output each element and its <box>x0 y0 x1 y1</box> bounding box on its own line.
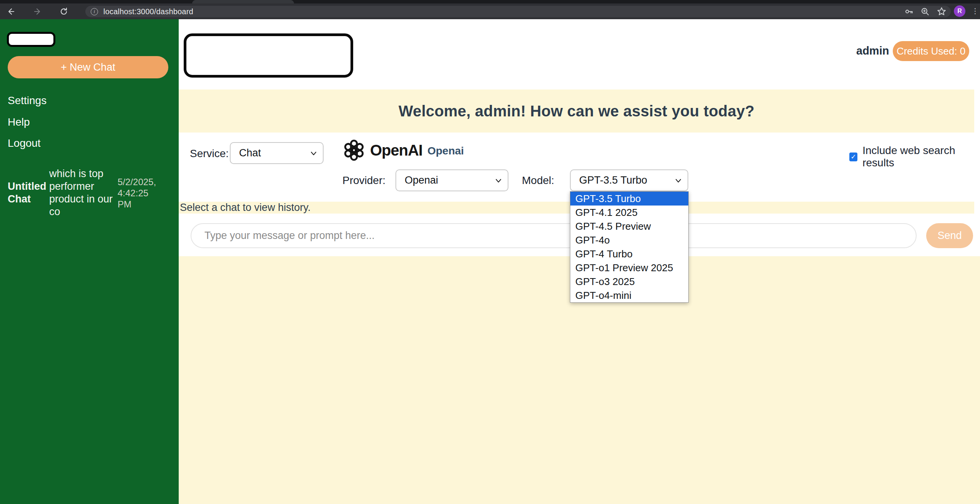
model-option[interactable]: GPT-4.1 2025 <box>570 206 688 219</box>
profile-avatar[interactable]: R <box>954 5 965 17</box>
model-option[interactable]: GPT-o3 2025 <box>570 275 688 288</box>
site-info-icon[interactable]: i <box>91 8 98 15</box>
chat-list-item[interactable]: Untitled Chat which is top performer pro… <box>8 167 171 218</box>
welcome-banner: Welcome, admin! How can we assist you to… <box>179 90 974 133</box>
model-option[interactable]: GPT-3.5 Turbo <box>570 192 688 206</box>
service-label: Service: <box>190 148 229 160</box>
sidebar: + New Chat Settings Help Logout Untitled… <box>0 19 179 504</box>
forward-arrow-icon <box>33 7 42 16</box>
forward-button[interactable] <box>30 3 45 19</box>
back-arrow-icon <box>6 7 15 16</box>
browser-menu-button[interactable]: ⋮ <box>972 5 978 17</box>
sidebar-item-settings[interactable]: Settings <box>8 94 47 107</box>
model-option[interactable]: GPT-4.5 Preview <box>570 219 688 233</box>
browser-tab-strip <box>0 0 980 3</box>
back-button[interactable] <box>3 3 18 19</box>
password-key-icon[interactable] <box>904 7 914 17</box>
web-search-checkbox[interactable]: ✓ <box>849 153 857 161</box>
web-search-label: Include web search results <box>862 144 980 169</box>
url-text: localhost:3000/dashboard <box>103 7 193 16</box>
app-logo-box <box>184 33 353 78</box>
browser-tab[interactable] <box>192 0 294 3</box>
message-input[interactable] <box>191 223 917 248</box>
chevron-down-icon <box>311 151 317 156</box>
new-chat-button[interactable]: + New Chat <box>8 56 168 78</box>
model-option[interactable]: GPT-o1 Preview 2025 <box>570 261 688 275</box>
openai-wordmark: OpenAI <box>370 142 422 159</box>
chevron-down-icon <box>495 179 502 183</box>
provider-name: Openai <box>427 143 464 157</box>
model-option[interactable]: GPT-o4-mini <box>570 288 688 302</box>
chevron-down-icon <box>675 179 681 183</box>
welcome-text: Welcome, admin! How can we assist you to… <box>399 103 754 120</box>
provider-select[interactable]: Openai <box>395 169 508 191</box>
model-label: Model: <box>522 174 554 187</box>
main-content: admin Credits Used: 0 Welcome, admin! Ho… <box>179 19 980 504</box>
url-bar[interactable]: i localhost:3000/dashboard <box>85 6 951 17</box>
bookmark-star-icon[interactable] <box>936 6 947 17</box>
model-option[interactable]: GPT-4o <box>570 233 688 247</box>
provider-brand: OpenAI Openai <box>343 139 464 161</box>
model-option[interactable]: GPT-4 Turbo <box>570 247 688 261</box>
username: admin <box>856 45 889 57</box>
model-select[interactable]: GPT-3.5 Turbo <box>570 169 688 191</box>
credits-badge: Credits Used: 0 <box>893 41 969 61</box>
refresh-icon <box>59 7 68 16</box>
provider-label: Provider: <box>342 174 385 187</box>
sidebar-logo-box <box>7 32 55 47</box>
openai-logo-icon <box>343 139 365 161</box>
model-dropdown: GPT-3.5 Turbo GPT-4.1 2025 GPT-4.5 Previ… <box>570 191 689 303</box>
send-button[interactable]: Send <box>926 223 973 248</box>
zoom-icon[interactable] <box>920 7 930 17</box>
service-select[interactable]: Chat <box>230 142 324 164</box>
sidebar-item-logout[interactable]: Logout <box>8 137 41 149</box>
chat-title: Untitled Chat <box>8 180 47 206</box>
sidebar-item-help[interactable]: Help <box>8 116 30 128</box>
chat-preview: which is top performer product in our co <box>49 167 115 218</box>
web-search-toggle: ✓ Include web search results <box>849 144 980 169</box>
browser-toolbar: i localhost:3000/dashboard R ⋮ <box>0 3 980 19</box>
refresh-button[interactable] <box>56 3 71 19</box>
chat-timestamp: 5/2/2025, 4:42:25 PM <box>118 176 159 210</box>
